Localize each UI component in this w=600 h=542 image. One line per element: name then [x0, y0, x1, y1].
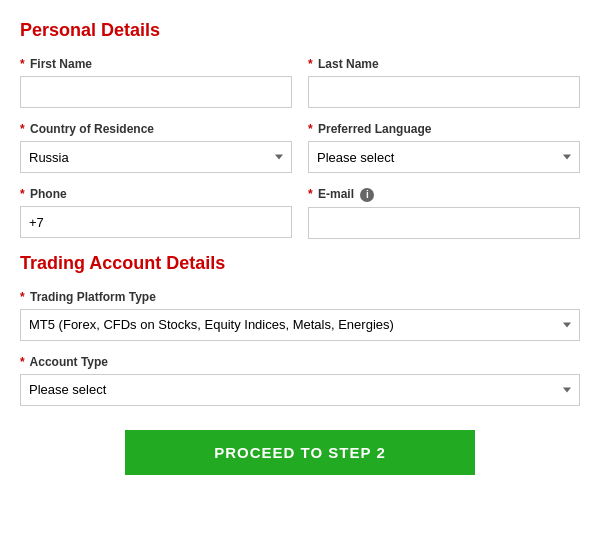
proceed-button[interactable]: PROCEED TO STEP 2: [125, 430, 475, 475]
phone-input[interactable]: [20, 206, 292, 238]
trading-platform-label: * Trading Platform Type: [20, 290, 580, 304]
account-type-group: * Account Type Please select Standard EC…: [20, 355, 580, 406]
personal-details-title: Personal Details: [20, 20, 580, 41]
phone-group: * Phone: [20, 187, 292, 239]
trading-details-title: Trading Account Details: [20, 253, 580, 274]
last-name-group: * Last Name: [308, 57, 580, 108]
first-name-required: *: [20, 57, 25, 71]
platform-required: *: [20, 290, 25, 304]
email-info-icon[interactable]: i: [360, 188, 374, 202]
account-type-select[interactable]: Please select Standard ECN VIP: [20, 374, 580, 406]
preferred-language-label: * Preferred Language: [308, 122, 580, 136]
preferred-language-group: * Preferred Language Please select Engli…: [308, 122, 580, 173]
last-name-input[interactable]: [308, 76, 580, 108]
country-language-row: * Country of Residence Russia United Sta…: [20, 122, 580, 173]
country-label: * Country of Residence: [20, 122, 292, 136]
last-name-required: *: [308, 57, 313, 71]
last-name-label: * Last Name: [308, 57, 580, 71]
name-row: * First Name * Last Name: [20, 57, 580, 108]
trading-platform-group: * Trading Platform Type MT5 (Forex, CFDs…: [20, 290, 580, 341]
account-type-label: * Account Type: [20, 355, 580, 369]
email-input[interactable]: [308, 207, 580, 239]
trading-section: Trading Account Details * Trading Platfo…: [20, 253, 580, 406]
first-name-label: * First Name: [20, 57, 292, 71]
language-required: *: [308, 122, 313, 136]
preferred-language-select[interactable]: Please select English Russian German Fre…: [308, 141, 580, 173]
country-group: * Country of Residence Russia United Sta…: [20, 122, 292, 173]
first-name-group: * First Name: [20, 57, 292, 108]
account-type-required: *: [20, 355, 25, 369]
country-required: *: [20, 122, 25, 136]
first-name-input[interactable]: [20, 76, 292, 108]
trading-platform-select[interactable]: MT5 (Forex, CFDs on Stocks, Equity Indic…: [20, 309, 580, 341]
email-group: * E-mail i: [308, 187, 580, 239]
phone-required: *: [20, 187, 25, 201]
phone-label: * Phone: [20, 187, 292, 201]
email-required: *: [308, 187, 313, 201]
email-label: * E-mail i: [308, 187, 580, 202]
country-select[interactable]: Russia United States United Kingdom Germ…: [20, 141, 292, 173]
phone-email-row: * Phone * E-mail i: [20, 187, 580, 239]
